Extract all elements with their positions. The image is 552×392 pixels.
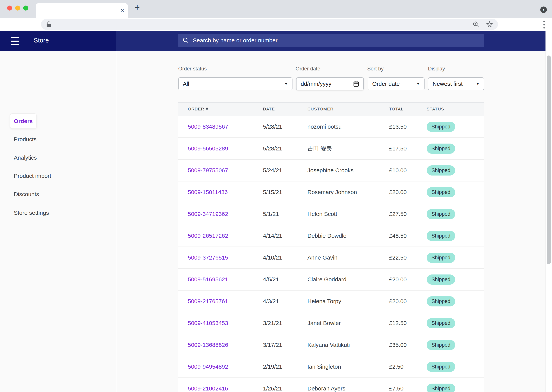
order-number-link[interactable]: 5009-21002416 bbox=[188, 385, 263, 392]
customer-cell: Deborah Ayers bbox=[307, 385, 389, 392]
status-badge: Shipped bbox=[427, 231, 455, 241]
status-badge: Shipped bbox=[427, 362, 455, 372]
table-row[interactable]: 5009-21002416 1/26/21 Deborah Ayers £7.5… bbox=[178, 378, 484, 392]
order-number-link[interactable]: 5009-51695621 bbox=[188, 276, 263, 283]
table-row[interactable]: 5009-26517262 4/14/21 Debbie Dowdle £48.… bbox=[178, 225, 484, 247]
search-icon bbox=[182, 37, 189, 44]
order-date-cell: 5/28/21 bbox=[263, 145, 307, 152]
total-cell: £2.50 bbox=[389, 364, 427, 370]
customer-cell: Rosemary Johnson bbox=[307, 189, 389, 196]
order-number-link[interactable]: 5009-56505289 bbox=[188, 145, 263, 152]
sidebar-item-discounts[interactable]: Discounts bbox=[14, 190, 39, 199]
new-tab-button[interactable]: + bbox=[133, 3, 142, 12]
header-divider bbox=[22, 31, 22, 51]
calendar-icon[interactable] bbox=[353, 81, 359, 87]
sort-by-value: Order date bbox=[372, 81, 400, 87]
column-header-customer: CUSTOMER bbox=[307, 107, 389, 112]
order-date-label: Order date bbox=[296, 66, 320, 72]
customer-cell: Anne Gavin bbox=[307, 254, 389, 261]
order-date-input[interactable]: dd/mm/yyyy bbox=[296, 77, 364, 90]
sidebar-item-product-import[interactable]: Product import bbox=[14, 171, 51, 181]
sidebar-item-products[interactable]: Products bbox=[14, 135, 36, 144]
order-date-placeholder: dd/mm/yyyy bbox=[301, 81, 331, 87]
order-number-link[interactable]: 5009-79755067 bbox=[188, 167, 263, 174]
table-row[interactable]: 5009-83489567 5/28/21 nozomi ootsu £13.5… bbox=[178, 116, 484, 138]
order-date-cell: 5/28/21 bbox=[263, 123, 307, 130]
chevron-down-icon: ▼ bbox=[284, 82, 288, 86]
window-maximize-button[interactable] bbox=[23, 6, 28, 11]
table-row[interactable]: 5009-51695621 4/5/21 Claire Goddard £20.… bbox=[178, 269, 484, 291]
customer-cell: Janet Bowler bbox=[307, 320, 389, 326]
order-status-select[interactable]: All ▼ bbox=[178, 77, 292, 90]
table-row[interactable]: 5009-79755067 5/24/21 Josephine Crooks £… bbox=[178, 160, 484, 182]
status-badge: Shipped bbox=[427, 296, 455, 307]
column-header-order: ORDER # bbox=[188, 107, 263, 112]
window-close-button[interactable] bbox=[7, 6, 12, 11]
sidebar-item-store-settings[interactable]: Store settings bbox=[14, 208, 49, 217]
tab-close-icon[interactable]: × bbox=[118, 7, 126, 14]
hamburger-menu-icon[interactable] bbox=[11, 37, 19, 45]
total-cell: £22.50 bbox=[389, 254, 427, 261]
column-header-date: DATE bbox=[263, 107, 307, 112]
table-row[interactable]: 5009-21765761 4/3/21 Helena Torpy £20.00… bbox=[178, 291, 484, 312]
display-label: Display bbox=[428, 66, 445, 72]
table-row[interactable]: 5009-15011436 5/15/21 Rosemary Johnson £… bbox=[178, 182, 484, 203]
order-number-link[interactable]: 5009-21765761 bbox=[188, 298, 263, 305]
window-minimize-button[interactable] bbox=[15, 6, 20, 11]
table-row[interactable]: 5009-13688626 3/17/21 Kalyana Vattikuti … bbox=[178, 334, 484, 356]
total-cell: £27.50 bbox=[389, 211, 427, 217]
order-status-label: Order status bbox=[178, 66, 207, 72]
customer-cell: nozomi ootsu bbox=[307, 123, 389, 130]
search-placeholder: Search by name or order number bbox=[193, 37, 277, 44]
sidebar-item-analytics[interactable]: Analytics bbox=[14, 153, 37, 162]
customer-cell: Kalyana Vattikuti bbox=[307, 342, 389, 348]
app-header-left: Store bbox=[0, 31, 116, 51]
order-number-link[interactable]: 5009-41053453 bbox=[188, 320, 263, 326]
status-badge: Shipped bbox=[427, 165, 455, 175]
page-scrollbar-thumb[interactable] bbox=[547, 56, 551, 264]
status-badge: Shipped bbox=[427, 209, 455, 219]
lock-icon[interactable] bbox=[46, 21, 52, 28]
total-cell: £7.50 bbox=[389, 385, 427, 392]
status-badge: Shipped bbox=[427, 253, 455, 263]
customer-cell: Josephine Crooks bbox=[307, 167, 389, 174]
bookmark-star-icon[interactable] bbox=[486, 21, 493, 28]
zoom-page-icon[interactable] bbox=[473, 21, 479, 28]
sidebar: Orders Products Analytics Product import… bbox=[0, 51, 116, 392]
display-select[interactable]: Newest first ▼ bbox=[428, 77, 484, 90]
order-number-link[interactable]: 5009-34719362 bbox=[188, 211, 263, 217]
order-number-link[interactable]: 5009-37276515 bbox=[188, 254, 263, 261]
store-title: Store bbox=[34, 37, 49, 44]
search-input[interactable]: Search by name or order number bbox=[178, 34, 484, 47]
table-row[interactable]: 5009-56505289 5/28/21 吉田 愛美 £17.50 Shipp… bbox=[178, 138, 484, 160]
column-header-status: STATUS bbox=[427, 107, 484, 112]
total-cell: £20.00 bbox=[389, 276, 427, 283]
status-badge: Shipped bbox=[427, 274, 455, 285]
tab-search-caret-icon[interactable]: ▼ bbox=[540, 7, 547, 13]
customer-cell: Claire Goddard bbox=[307, 276, 389, 283]
customer-cell: Helena Torpy bbox=[307, 298, 389, 305]
order-date-cell: 3/21/21 bbox=[263, 320, 307, 326]
table-row[interactable]: 5009-37276515 4/10/21 Anne Gavin £22.50 … bbox=[178, 247, 484, 269]
order-date-cell: 4/14/21 bbox=[263, 232, 307, 239]
total-cell: £20.00 bbox=[389, 189, 427, 196]
order-number-link[interactable]: 5009-83489567 bbox=[188, 123, 263, 130]
order-number-link[interactable]: 5009-15011436 bbox=[188, 189, 263, 196]
address-bar[interactable] bbox=[41, 19, 498, 30]
sort-by-select[interactable]: Order date ▼ bbox=[368, 77, 425, 90]
browser-menu-icon[interactable] bbox=[542, 20, 546, 29]
order-number-link[interactable]: 5009-26517262 bbox=[188, 232, 263, 239]
table-row[interactable]: 5009-94954892 2/19/21 Ian Singleton £2.5… bbox=[178, 356, 484, 378]
sidebar-item-orders[interactable]: Orders bbox=[10, 113, 37, 129]
browser-tab[interactable]: × bbox=[36, 3, 128, 18]
order-date-cell: 3/17/21 bbox=[263, 342, 307, 348]
table-header-row: ORDER # DATE CUSTOMER TOTAL STATUS bbox=[178, 103, 484, 116]
order-number-link[interactable]: 5009-94954892 bbox=[188, 364, 263, 370]
status-badge: Shipped bbox=[427, 384, 455, 392]
table-row[interactable]: 5009-34719362 5/1/21 Helen Scott £27.50 … bbox=[178, 203, 484, 225]
display-value: Newest first bbox=[433, 81, 463, 87]
table-row[interactable]: 5009-41053453 3/21/21 Janet Bowler £12.5… bbox=[178, 312, 484, 334]
order-number-link[interactable]: 5009-13688626 bbox=[188, 342, 263, 348]
status-badge: Shipped bbox=[427, 318, 455, 328]
customer-cell: 吉田 愛美 bbox=[307, 145, 389, 153]
